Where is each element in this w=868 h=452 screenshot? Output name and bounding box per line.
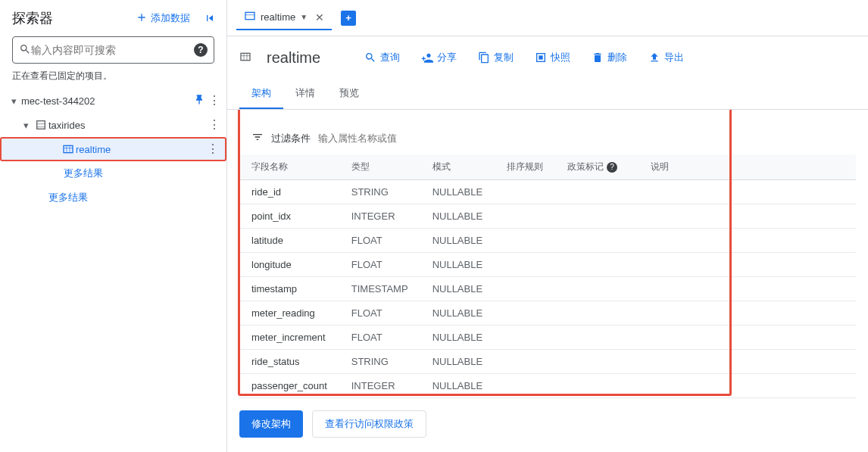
trash-icon (592, 51, 604, 64)
explorer-title: 探索器 (12, 9, 53, 27)
field-type: FLOAT (339, 229, 420, 253)
table-row[interactable]: ride_idSTRINGNULLABLE (239, 180, 856, 204)
field-type: INTEGER (339, 374, 420, 398)
search-icon (364, 51, 376, 64)
table-row[interactable]: meter_incrementFLOATNULLABLE (239, 326, 856, 350)
field-mode: NULLABLE (420, 277, 495, 301)
field-mode: NULLABLE (420, 229, 495, 253)
close-tab-icon[interactable]: ✕ (315, 11, 324, 23)
col-desc: 说明 (639, 154, 856, 180)
new-tab-button[interactable]: + (341, 11, 356, 26)
row-access-policy-button[interactable]: 查看行访问权限政策 (312, 410, 426, 438)
table-icon (61, 143, 76, 155)
search-icon (19, 43, 31, 58)
more-actions-icon[interactable]: ⋮ (207, 143, 219, 155)
field-mode: NULLABLE (420, 180, 495, 204)
field-type: FLOAT (339, 301, 420, 326)
field-mode: NULLABLE (420, 253, 495, 277)
query-button[interactable]: 查询 (357, 46, 407, 69)
search-input[interactable] (31, 44, 194, 56)
field-name: latitude (239, 229, 339, 253)
edit-schema-button[interactable]: 修改架构 (239, 410, 303, 438)
resource-tree: ▾ mec-test-344202 ⋮ ▾ taxirides ⋮ realti… (0, 89, 226, 452)
help-icon[interactable]: ? (194, 43, 208, 57)
col-type: 类型 (339, 154, 420, 180)
field-mode: NULLABLE (420, 204, 495, 229)
snapshot-button[interactable]: 快照 (527, 46, 578, 69)
collapse-sidebar-button[interactable] (199, 8, 220, 29)
content-area: 过滤条件 字段名称 类型 模式 排序规则 政策标记? 说明 ride_idSTR… (227, 110, 868, 452)
field-mode: NULLABLE (420, 326, 495, 350)
table-row[interactable]: meter_readingFLOATNULLABLE (239, 301, 856, 326)
tree-table-row[interactable]: realtime ⋮ (0, 137, 226, 161)
table-row[interactable]: point_idxINTEGERNULLABLE (239, 204, 856, 229)
explorer-sidebar: 探索器 添加数据 ? 正在查看已固定的项目。 ▾ m (0, 0, 227, 452)
dataset-label: taxirides (48, 120, 208, 131)
field-mode: NULLABLE (420, 301, 495, 326)
share-icon (421, 51, 433, 64)
delete-button[interactable]: 删除 (584, 46, 635, 69)
field-name: timestamp (239, 277, 339, 301)
chevron-down-icon: ▾ (6, 95, 21, 107)
filter-input[interactable] (318, 132, 844, 144)
table-row[interactable]: latitudeFLOATNULLABLE (239, 229, 856, 253)
table-row[interactable]: passenger_countINTEGERNULLABLE (239, 374, 856, 398)
more-results-label: 更多结果 (45, 191, 88, 204)
table-row[interactable]: longitudeFLOATNULLABLE (239, 253, 856, 277)
collapse-icon (204, 12, 216, 24)
tab-preview[interactable]: 预览 (327, 79, 371, 109)
filter-row: 过滤条件 (239, 122, 856, 154)
snapshot-icon (535, 51, 547, 64)
col-mode: 模式 (420, 154, 495, 180)
field-type: INTEGER (339, 204, 420, 229)
more-results-project[interactable]: 更多结果 (0, 185, 226, 210)
footer-buttons: 修改架构 查看行访问权限政策 (239, 398, 856, 438)
chevron-down-icon[interactable]: ▼ (300, 13, 308, 21)
col-collation: 排序规则 (495, 154, 555, 180)
more-results-dataset[interactable]: 更多结果 (0, 161, 226, 185)
field-type: STRING (339, 350, 420, 374)
tree-project-row[interactable]: ▾ mec-test-344202 ⋮ (0, 89, 226, 113)
copy-icon (478, 51, 490, 64)
svg-rect-7 (245, 12, 254, 19)
table-icon (239, 51, 254, 65)
main-panel: realtime ▼ ✕ + realtime 查询 分享 复制 快照 删除 导… (227, 0, 868, 452)
pinned-message: 正在查看已固定的项目。 (0, 70, 226, 89)
sub-tabs: 架构 详情 预览 (227, 79, 868, 110)
col-field: 字段名称 (239, 154, 339, 180)
project-label: mec-test-344202 (21, 95, 193, 107)
export-button[interactable]: 导出 (641, 46, 692, 69)
tab-schema[interactable]: 架构 (239, 79, 283, 109)
tree-dataset-row[interactable]: ▾ taxirides ⋮ (0, 113, 226, 137)
pin-icon[interactable] (193, 94, 205, 108)
dataset-icon (33, 119, 48, 131)
table-label: realtime (76, 144, 207, 155)
field-mode: NULLABLE (420, 350, 495, 374)
field-name: passenger_count (239, 374, 339, 398)
filter-label: 过滤条件 (271, 132, 311, 145)
field-name: meter_reading (239, 301, 339, 326)
table-header-row: 字段名称 类型 模式 排序规则 政策标记? 说明 (239, 154, 856, 180)
plus-icon (136, 11, 148, 26)
search-input-container[interactable]: ? (12, 36, 214, 64)
more-actions-icon[interactable]: ⋮ (208, 119, 220, 131)
more-actions-icon[interactable]: ⋮ (208, 95, 220, 107)
svg-rect-14 (539, 55, 542, 59)
svg-rect-0 (37, 121, 45, 129)
help-icon[interactable]: ? (607, 162, 617, 173)
field-type: TIMESTAMP (339, 277, 420, 301)
field-mode: NULLABLE (420, 374, 495, 398)
table-name: realtime (267, 49, 320, 67)
tab-realtime[interactable]: realtime ▼ ✕ (236, 5, 332, 30)
add-data-button[interactable]: 添加数据 (131, 8, 195, 29)
table-row[interactable]: ride_statusSTRINGNULLABLE (239, 350, 856, 374)
filter-icon (251, 131, 264, 145)
field-name: ride_id (239, 180, 339, 204)
share-button[interactable]: 分享 (414, 46, 464, 69)
copy-button[interactable]: 复制 (470, 46, 521, 69)
chevron-down-icon: ▾ (18, 120, 33, 131)
tab-details[interactable]: 详情 (283, 79, 327, 109)
table-row[interactable]: timestampTIMESTAMPNULLABLE (239, 277, 856, 301)
field-name: point_idx (239, 204, 339, 229)
svg-rect-3 (64, 145, 73, 152)
